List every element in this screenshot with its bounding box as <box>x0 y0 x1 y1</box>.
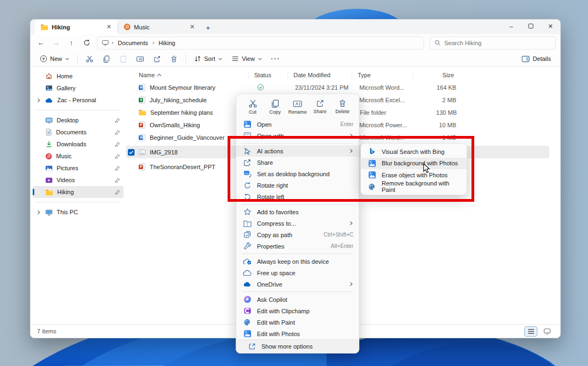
tab-hiking[interactable]: Hiking✕ <box>35 20 118 34</box>
submenu-item-erase-object-with-photos[interactable]: Erase object with Photos <box>361 169 467 181</box>
view-button[interactable]: View <box>228 52 266 65</box>
sidebar-item-zac-personal[interactable]: Zac - Personal <box>33 94 124 106</box>
sidebar-item-videos[interactable]: Videos <box>33 174 124 186</box>
menu-item-free-up-space[interactable]: Free up space <box>236 267 359 278</box>
menu-item-label: Edit with Paint <box>257 319 353 326</box>
file-row[interactable]: WMount Seymour Itinerary23/11/2024 3:21 … <box>126 81 549 94</box>
share-icon <box>243 158 252 167</box>
submenu-item-remove-background-with-paint[interactable]: Remove background with Paint <box>361 181 467 193</box>
refresh-button[interactable] <box>79 36 94 49</box>
sidebar-item-this-pc[interactable]: This PC <box>33 206 124 218</box>
expand-chevron-icon[interactable] <box>36 98 41 103</box>
details-pane-button[interactable]: Details <box>518 52 555 65</box>
menu-separator <box>242 291 353 292</box>
wrench-icon <box>243 242 252 250</box>
menu-item-properties[interactable]: PropertiesAlt+Enter <box>236 240 359 252</box>
menu-item-rotate-right[interactable]: Rotate right <box>236 179 359 191</box>
menu-item-edit-with-clipchamp[interactable]: Edit with Clipchamp <box>236 305 359 317</box>
tab-label: Music <box>134 24 150 30</box>
back-button[interactable]: ← <box>34 36 48 49</box>
file-date: 23/11/2024 3:21 PM <box>290 84 354 91</box>
svg-text:P: P <box>140 123 143 127</box>
quick-action-rename[interactable]: ARename <box>287 97 309 116</box>
menu-item-always-keep-on-this-device[interactable]: Always keep on this device <box>236 256 359 267</box>
sidebar-item-music[interactable]: Music <box>33 150 124 162</box>
sidebar-item-label: Desktop <box>57 117 78 123</box>
column-header-type[interactable]: Type <box>352 71 413 79</box>
delete-button[interactable] <box>166 52 182 65</box>
submenu-item-visual-search-with-bing[interactable]: Visual Search with Bing <box>361 146 467 158</box>
menu-item-copy-as-path[interactable]: Copy as pathCtrl+Shift+C <box>236 229 359 240</box>
photos-icon <box>367 171 376 179</box>
column-header-status[interactable]: Status <box>248 71 287 79</box>
maximize-button[interactable] <box>521 20 541 33</box>
copy-button[interactable] <box>99 52 114 65</box>
quick-action-cut[interactable]: Cut <box>242 97 264 116</box>
menu-item-ai-actions[interactable]: AI actions <box>236 145 359 157</box>
pin-icon <box>114 117 120 123</box>
tab-close-icon[interactable]: ✕ <box>105 23 113 32</box>
menu-item-compress-to-[interactable]: Compress to... <box>236 218 359 229</box>
music-icon <box>45 153 52 160</box>
pin-icon <box>114 153 120 159</box>
search-box[interactable] <box>430 36 556 49</box>
column-header-size[interactable]: Size <box>413 71 461 79</box>
menu-item-rotate-left[interactable]: Rotate left <box>236 191 359 202</box>
submenu-item-blur-background-with-photos[interactable]: Blur background with Photos <box>361 158 467 170</box>
menu-item-share[interactable]: Share <box>236 157 359 168</box>
breadcrumb-documents[interactable]: Documents <box>116 39 150 47</box>
sidebar-item-home[interactable]: Home <box>33 70 124 82</box>
menu-item-set-as-desktop-background[interactable]: Set as desktop background <box>236 168 359 179</box>
address-bar[interactable]: › Documents › Hiking <box>97 36 424 49</box>
rotate-right-icon <box>243 181 252 189</box>
details-view-toggle[interactable] <box>524 326 537 337</box>
quick-action-share[interactable]: Share <box>309 97 331 116</box>
file-type: Microsoft Power... <box>354 122 415 128</box>
quick-action-delete[interactable]: Delete <box>332 97 353 116</box>
menu-item-show-more-options[interactable]: Show more options <box>236 339 359 353</box>
breadcrumb-hiking[interactable]: Hiking <box>157 39 177 47</box>
new-tab-button[interactable]: + <box>201 21 215 34</box>
quick-action-copy[interactable]: Copy <box>264 97 286 116</box>
column-header-name[interactable]: Name <box>126 72 248 78</box>
pin-icon <box>114 165 120 171</box>
tab-close-icon[interactable]: ✕ <box>188 23 197 32</box>
tab-music[interactable]: Music✕ <box>118 20 201 34</box>
share-button[interactable] <box>149 52 165 65</box>
up-button[interactable]: ↑ <box>64 36 78 49</box>
sidebar-item-label: Downloads <box>57 141 86 147</box>
sidebar-separator <box>36 110 120 110</box>
menu-item-ask-copilot[interactable]: Ask Copilot <box>236 294 359 305</box>
menu-item-open-with[interactable]: Open with <box>236 130 359 141</box>
forward-button[interactable]: → <box>49 36 63 49</box>
chevron-down-icon <box>65 57 70 61</box>
menu-item-onedrive[interactable]: OneDrive <box>236 278 359 290</box>
rename-button[interactable]: A <box>132 52 148 65</box>
sidebar-item-gallery[interactable]: Gallery <box>33 82 124 94</box>
minimize-button[interactable]: – <box>501 20 521 33</box>
sidebar-item-downloads[interactable]: Downloads <box>33 138 124 150</box>
sidebar-item-documents[interactable]: Documents <box>33 126 124 138</box>
search-input[interactable] <box>444 40 551 46</box>
new-button[interactable]: New <box>36 52 74 65</box>
submenu-item-label: Blur background with Photos <box>382 160 461 166</box>
column-header-date[interactable]: Date Modified <box>287 71 352 79</box>
sidebar-item-pictures[interactable]: Pictures <box>33 162 124 174</box>
menu-item-edit-with-photos[interactable]: Edit with Photos <box>236 328 359 339</box>
menu-item-add-to-favorites[interactable]: Add to favorites <box>236 206 359 218</box>
ai-actions-submenu: Visual Search with BingBlur background w… <box>360 143 467 195</box>
more-options-button[interactable]: ··· <box>267 52 284 65</box>
expand-chevron-icon[interactable] <box>36 210 41 215</box>
sort-button[interactable]: Sort <box>190 52 226 65</box>
thumbnail-view-toggle[interactable] <box>541 326 554 337</box>
close-button[interactable]: ✕ <box>541 20 560 33</box>
cut-button[interactable] <box>82 52 97 65</box>
sidebar-item-hiking[interactable]: Hiking <box>33 186 124 198</box>
menu-item-edit-with-paint[interactable]: Edit with Paint <box>236 317 359 328</box>
menu-item-label: Edit with Clipchamp <box>257 308 353 314</box>
paste-button[interactable] <box>115 52 131 65</box>
row-checkbox[interactable] <box>127 148 135 156</box>
menu-item-open[interactable]: OpenEnter <box>236 119 359 130</box>
sidebar-item-desktop[interactable]: Desktop <box>33 114 124 126</box>
svg-text:X: X <box>140 98 143 102</box>
